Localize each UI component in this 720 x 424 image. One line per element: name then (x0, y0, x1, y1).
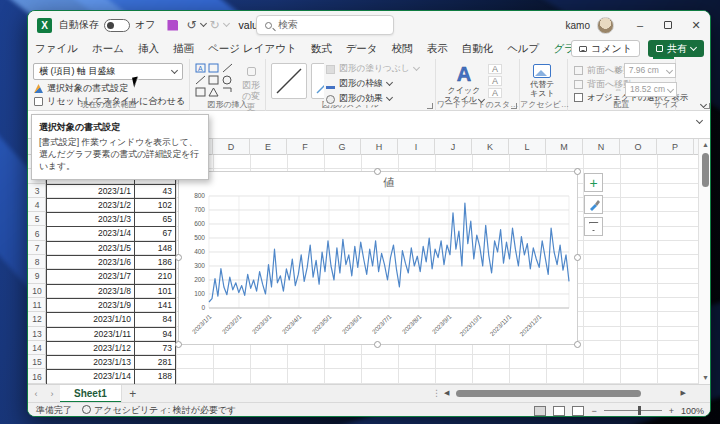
row-header-10[interactable]: 10 (28, 284, 46, 298)
sheet-next-icon[interactable]: › (44, 389, 60, 399)
ribbon-tab-ファイル[interactable]: ファイル (28, 39, 85, 59)
table-row[interactable]: 2023/1/7210 (47, 270, 175, 284)
table-row[interactable]: 2023/1/467 (47, 227, 175, 241)
value-cell[interactable]: 210 (135, 270, 175, 283)
user-name[interactable]: kamo (566, 20, 590, 31)
accessibility-status[interactable]: アクセシビリティ: 検討が必要です (82, 404, 236, 417)
scroll-down-icon[interactable]: ▼ (699, 372, 711, 384)
chart-handle-n[interactable] (374, 168, 381, 175)
value-cell[interactable]: 141 (135, 299, 175, 312)
chart-handle-e[interactable] (574, 254, 581, 261)
table-row[interactable]: 2023/1/2102 (47, 199, 175, 213)
ribbon-tab-数式[interactable]: 数式 (304, 39, 339, 59)
chart-element-dropdown[interactable]: 横 (項目) 軸 目盛線 (33, 63, 183, 80)
ribbon-tab-表示[interactable]: 表示 (420, 39, 455, 59)
undo-icon[interactable]: ↺ (186, 18, 196, 32)
row-header-13[interactable]: 13 (28, 327, 46, 341)
autosave-toggle[interactable]: 自動保存 オフ (59, 18, 155, 32)
save-icon[interactable] (167, 20, 178, 31)
table-row[interactable]: 2023/1/365 (47, 213, 175, 227)
ribbon-tab-挿入[interactable]: 挿入 (131, 39, 166, 59)
value-cell[interactable]: 73 (135, 342, 175, 355)
date-cell[interactable]: 2023/1/4 (47, 227, 135, 240)
value-cell[interactable]: 186 (135, 256, 175, 269)
zoom-out-button[interactable]: − (591, 406, 596, 416)
column-header-F[interactable]: F (287, 139, 324, 155)
scroll-up-icon[interactable]: ▲ (699, 139, 711, 151)
minimize-button[interactable]: – (626, 11, 654, 39)
share-button[interactable]: 共有 (648, 40, 704, 57)
column-header-L[interactable]: L (509, 139, 546, 155)
shape-gallery[interactable]: A (195, 63, 235, 99)
ribbon-tab-ホーム[interactable]: ホーム (85, 39, 131, 59)
shape-styles-dialog-launcher-icon[interactable] (427, 103, 433, 109)
value-cell[interactable]: 43 (135, 185, 175, 198)
row-header-14[interactable]: 14 (28, 341, 46, 355)
ribbon-tab-ヘルプ[interactable]: ヘルプ (500, 39, 546, 59)
column-header-G[interactable]: G (324, 139, 361, 155)
value-cell[interactable]: 65 (135, 213, 175, 226)
table-row[interactable]: 2023/1/13281 (47, 356, 175, 370)
date-cell[interactable]: 2023/1/13 (47, 356, 135, 369)
scroll-left-icon[interactable]: ◀ (444, 389, 449, 397)
row-header-7[interactable]: 7 (28, 241, 46, 255)
zoom-level[interactable]: 100% (681, 406, 704, 416)
row-header-16[interactable]: 16 (28, 370, 46, 384)
table-row[interactable]: 2023/1/1273 (47, 342, 175, 356)
row-header-6[interactable]: 6 (28, 227, 46, 241)
chart-styles-button[interactable] (584, 195, 603, 214)
column-header-E[interactable]: E (250, 139, 287, 155)
horizontal-scroll-thumb[interactable] (456, 390, 641, 397)
normal-view-button[interactable] (534, 406, 546, 416)
chart-object[interactable]: 値01002003004005006007008002023/1/12023/2… (178, 171, 578, 345)
formula-bar-expand-icon[interactable] (696, 117, 703, 124)
ribbon-tab-校閲[interactable]: 校閲 (385, 39, 420, 59)
table-row[interactable]: 2023/1/1194 (47, 328, 175, 342)
chart-filters-button[interactable] (584, 217, 603, 236)
row-header-15[interactable]: 15 (28, 355, 46, 369)
value-cell[interactable]: 84 (135, 313, 175, 326)
date-cell[interactable]: 2023/1/12 (47, 342, 135, 355)
value-cell[interactable]: 102 (135, 199, 175, 212)
date-cell[interactable]: 2023/1/14 (47, 370, 135, 384)
format-selection-button[interactable]: 選択対象の書式設定 (34, 82, 128, 95)
row-header-11[interactable]: 11 (28, 298, 46, 312)
table-row[interactable]: 2023/1/5148 (47, 242, 175, 256)
page-break-view-button[interactable] (572, 406, 584, 416)
row-header-12[interactable]: 12 (28, 312, 46, 326)
date-cell[interactable]: 2023/1/6 (47, 256, 135, 269)
column-header-K[interactable]: K (472, 139, 509, 155)
column-header-H[interactable]: H (361, 139, 398, 155)
value-cell[interactable]: 188 (135, 370, 175, 384)
date-cell[interactable]: 2023/1/1 (47, 185, 135, 198)
undo-chevron-icon[interactable] (199, 20, 206, 27)
date-cell[interactable]: 2023/1/2 (47, 199, 135, 212)
date-cell[interactable]: 2023/1/8 (47, 285, 135, 298)
value-cell[interactable]: 281 (135, 356, 175, 369)
table-row[interactable]: 2023/1/1084 (47, 313, 175, 327)
ribbon-tab-描画[interactable]: 描画 (166, 39, 201, 59)
text-outline-icon[interactable]: A (488, 76, 502, 86)
value-cell[interactable]: 67 (135, 227, 175, 240)
text-fill-icon[interactable]: A (488, 64, 502, 74)
column-header-D[interactable]: D (213, 139, 250, 155)
row-header-4[interactable]: 4 (28, 198, 46, 212)
sheet-tab-active[interactable]: Sheet1 (60, 385, 122, 403)
excel-logo-icon[interactable]: X (37, 18, 52, 33)
user-avatar[interactable] (597, 17, 614, 34)
row-headers[interactable]: 12345678910111213141516 (28, 155, 46, 384)
page-layout-view-button[interactable] (553, 406, 565, 416)
zoom-slider[interactable] (604, 410, 662, 411)
splitter-dots-icon[interactable]: ⋮ (432, 388, 441, 398)
column-header-O[interactable]: O (620, 139, 657, 155)
date-cell[interactable]: 2023/1/9 (47, 299, 135, 312)
comments-button[interactable]: コメント (571, 40, 640, 57)
chart-elements-button[interactable]: + (584, 173, 603, 192)
ribbon-tab-自動化[interactable]: 自動化 (455, 39, 501, 59)
autosave-switch[interactable] (104, 19, 130, 32)
shape-outline-button[interactable]: 図形の枠線 (326, 78, 419, 90)
value-cell[interactable]: 94 (135, 328, 175, 341)
text-effects-icon[interactable]: A (488, 88, 502, 98)
shape-style-thumb-1[interactable] (271, 63, 307, 99)
date-cell[interactable]: 2023/1/3 (47, 213, 135, 226)
